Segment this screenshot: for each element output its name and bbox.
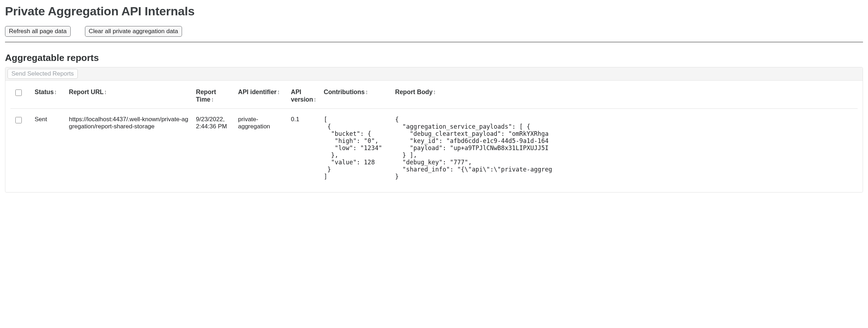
clear-data-button[interactable]: Clear all private aggregation data <box>85 26 182 37</box>
sort-icon: ↕ <box>434 88 435 96</box>
send-selected-button[interactable]: Send Selected Reports <box>7 69 78 79</box>
col-contributions-label: Contributions <box>324 88 365 96</box>
select-all-header <box>10 81 31 109</box>
reports-panel: Send Selected Reports Status↕ Report URL… <box>5 67 863 193</box>
row-select-checkbox[interactable] <box>15 117 22 123</box>
sort-icon: ↕ <box>366 88 367 96</box>
col-api-identifier-label: API identifier <box>238 88 277 96</box>
col-contributions[interactable]: Contributions↕ <box>320 81 392 109</box>
cell-contributions: [ { "bucket": { "high": "0", "low": "123… <box>320 109 392 188</box>
sort-icon: ↕ <box>278 88 279 96</box>
col-report-time[interactable]: Report Time↕ <box>192 81 234 109</box>
sort-icon: ↕ <box>212 96 213 103</box>
col-api-version-label: API version <box>291 88 313 103</box>
divider <box>5 42 863 42</box>
page-title: Private Aggregation API Internals <box>5 4 863 18</box>
cell-report-url: https://localhost:4437/.well-known/priva… <box>65 109 192 188</box>
col-status-label: Status <box>35 88 54 96</box>
toolbar: Refresh all page data Clear all private … <box>5 26 863 37</box>
sort-icon: ↕ <box>105 88 106 96</box>
table-row: Sent https://localhost:4437/.well-known/… <box>10 109 858 188</box>
col-report-url[interactable]: Report URL↕ <box>65 81 192 109</box>
cell-report-body: { "aggregation_service_payloads": [ { "d… <box>392 109 858 188</box>
cell-report-time: 9/23/2022, 2:44:36 PM <box>192 109 234 188</box>
col-api-identifier[interactable]: API identifier↕ <box>234 81 287 109</box>
col-status[interactable]: Status↕ <box>31 81 65 109</box>
select-all-checkbox[interactable] <box>15 89 22 96</box>
col-api-version[interactable]: API version↕ <box>287 81 320 109</box>
section-title: Aggregatable reports <box>5 52 863 63</box>
reports-panel-toolbar: Send Selected Reports <box>5 67 863 81</box>
contributions-code: [ { "bucket": { "high": "0", "low": "123… <box>324 116 388 180</box>
reports-table: Status↕ Report URL↕ Report Time↕ API ide… <box>10 81 858 187</box>
col-report-body[interactable]: Report Body↕ <box>392 81 858 109</box>
report-body-code: { "aggregation_service_payloads": [ { "d… <box>395 116 854 180</box>
refresh-button[interactable]: Refresh all page data <box>5 26 71 37</box>
table-header-row: Status↕ Report URL↕ Report Time↕ API ide… <box>10 81 858 109</box>
row-select-cell <box>10 109 31 188</box>
sort-icon: ↕ <box>55 88 56 96</box>
sort-icon: ↕ <box>314 96 316 103</box>
cell-api-version: 0.1 <box>287 109 320 188</box>
col-report-url-label: Report URL <box>69 88 104 96</box>
col-report-body-label: Report Body <box>395 88 433 96</box>
cell-api-identifier: private-aggregation <box>234 109 287 188</box>
cell-status: Sent <box>31 109 65 188</box>
